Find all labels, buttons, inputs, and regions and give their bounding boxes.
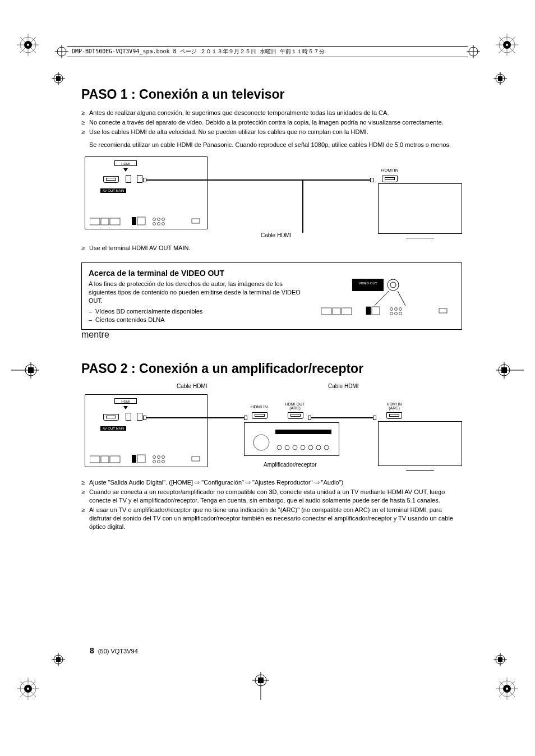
header-register-icon xyxy=(55,45,68,61)
svg-point-27 xyxy=(506,688,508,690)
bullet-item: Antes de realizar alguna conexión, le su… xyxy=(81,109,462,117)
crop-mark-icon xyxy=(17,677,39,700)
svg-rect-89 xyxy=(275,430,331,434)
amplifier-label: Amplificador/receptor xyxy=(264,462,316,468)
av-out-label: AV OUT MAIN xyxy=(100,426,126,431)
player-rear-icon xyxy=(90,216,202,226)
hdmi-cable-icon xyxy=(146,417,245,418)
svg-rect-65 xyxy=(366,307,371,315)
crop-mark-icon xyxy=(17,34,39,56)
port-icon xyxy=(137,413,142,421)
player-device-icon: HDMI AV OUT MAIN xyxy=(85,394,208,467)
video-out-label: VIDEO OUT xyxy=(355,282,381,285)
bullet-item: No conecte a través del aparato de vídeo… xyxy=(81,118,462,127)
svg-rect-59 xyxy=(352,279,384,291)
hdmi-in-label: HDMI IN xyxy=(250,404,269,409)
svg-point-13 xyxy=(506,44,508,46)
header-runner: DMP-BDT500EG-VQT3V94_spa.book 8 ページ ２０１３… xyxy=(67,46,468,57)
svg-rect-46 xyxy=(90,216,202,226)
svg-point-81 xyxy=(153,456,156,459)
step2-heading: PASO 2 : Conexión a un amplificador/rece… xyxy=(81,361,462,376)
svg-rect-87 xyxy=(192,457,200,461)
svg-rect-77 xyxy=(101,456,109,463)
register-mark-icon xyxy=(496,362,524,379)
hdmi-logo-icon: HDMI xyxy=(114,398,137,404)
svg-rect-35 xyxy=(501,367,507,373)
hdmi-port-icon xyxy=(252,412,268,419)
amplifier-icon xyxy=(244,422,339,456)
svg-point-88 xyxy=(253,435,269,450)
arrow-down-icon xyxy=(123,168,128,172)
svg-line-75 xyxy=(398,291,405,306)
crop-mark-icon xyxy=(496,34,518,56)
bullet-item: Use los cables HDMI de alta velocidad. N… xyxy=(81,128,462,136)
header-register-icon xyxy=(467,45,480,61)
infobox-body: A los fines de protección de los derecho… xyxy=(89,280,302,305)
svg-rect-76 xyxy=(90,456,100,463)
player-rear-icon xyxy=(90,454,202,464)
cable-plug-icon xyxy=(373,416,376,420)
svg-rect-58 xyxy=(192,219,200,223)
connection-diagram-tv: HDMI AV OUT MAIN HDMI IN xyxy=(81,156,462,241)
bullet-item: Al usar un TV o amplificador/receptor qu… xyxy=(81,506,462,531)
svg-point-83 xyxy=(162,456,165,459)
bullet-item: Ajuste "Salida Audio Digital". ([HOME] ⇨… xyxy=(81,478,462,487)
hdmi-in-label: HDMI IN xyxy=(379,168,401,173)
av-out-label: AV OUT MAIN xyxy=(100,188,126,193)
svg-rect-31 xyxy=(28,367,34,373)
video-out-infobox: Acerca de la terminal de VIDEO OUT A los… xyxy=(81,262,462,330)
cable-hdmi-label: Cable HDMI xyxy=(261,232,291,238)
register-mark-icon xyxy=(11,362,39,379)
svg-point-67 xyxy=(390,308,393,311)
svg-point-95 xyxy=(316,445,321,450)
svg-rect-47 xyxy=(90,218,100,225)
register-mark-icon xyxy=(52,72,65,85)
video-out-figure: VIDEO OUT xyxy=(321,279,456,322)
svg-point-20 xyxy=(27,688,29,690)
svg-point-53 xyxy=(158,218,160,221)
svg-point-92 xyxy=(293,445,297,450)
hdmi-port-icon xyxy=(103,176,119,183)
hdmi-port-icon xyxy=(288,412,303,419)
register-mark-icon xyxy=(494,72,507,85)
hdmi-cable-icon xyxy=(311,417,373,418)
svg-point-68 xyxy=(395,308,398,311)
step1-subtext: Se recomienda utilizar un cable HDMI de … xyxy=(81,141,462,149)
register-mark-icon xyxy=(252,672,269,700)
svg-point-60 xyxy=(388,279,399,291)
svg-rect-108 xyxy=(498,76,502,81)
page-footer: 8 (50) VQT3V94 xyxy=(90,646,138,655)
svg-rect-48 xyxy=(101,218,109,225)
svg-point-93 xyxy=(301,445,305,450)
page-number: 8 xyxy=(90,646,94,655)
step1-heading: PASO 1 : Conexión a un televisor xyxy=(81,87,462,102)
step1-bullets: Antes de realizar alguna conexión, le su… xyxy=(81,109,462,136)
svg-rect-49 xyxy=(110,218,120,225)
port-icon xyxy=(126,175,131,183)
svg-point-86 xyxy=(162,460,165,463)
svg-rect-63 xyxy=(333,308,340,315)
svg-point-84 xyxy=(153,460,156,463)
svg-point-56 xyxy=(158,223,160,225)
svg-rect-50 xyxy=(132,217,136,225)
bullet-item: Use el terminal HDMI AV OUT MAIN. xyxy=(81,244,462,252)
port-icon xyxy=(137,175,142,183)
crop-mark-icon xyxy=(496,677,518,700)
svg-rect-104 xyxy=(56,657,61,662)
svg-rect-112 xyxy=(498,657,502,662)
svg-rect-62 xyxy=(321,308,331,315)
svg-rect-100 xyxy=(56,76,61,81)
header-runner-text: DMP-BDT500EG-VQT3V94_spa.book 8 ページ ２０１３… xyxy=(72,48,325,56)
tv-icon xyxy=(378,421,462,478)
svg-rect-78 xyxy=(110,456,120,463)
svg-line-74 xyxy=(375,291,389,306)
svg-rect-64 xyxy=(342,308,352,315)
svg-point-6 xyxy=(27,44,29,46)
player-device-icon: HDMI AV OUT MAIN xyxy=(85,156,208,229)
svg-point-70 xyxy=(390,312,393,315)
svg-point-71 xyxy=(395,312,398,315)
bullet-item: Cuando se conecta a un receptor/amplific… xyxy=(81,488,462,505)
hdmi-in-arc-label: HDMI IN(ARC) xyxy=(383,402,405,410)
register-mark-icon xyxy=(494,653,507,666)
svg-point-55 xyxy=(153,223,156,225)
